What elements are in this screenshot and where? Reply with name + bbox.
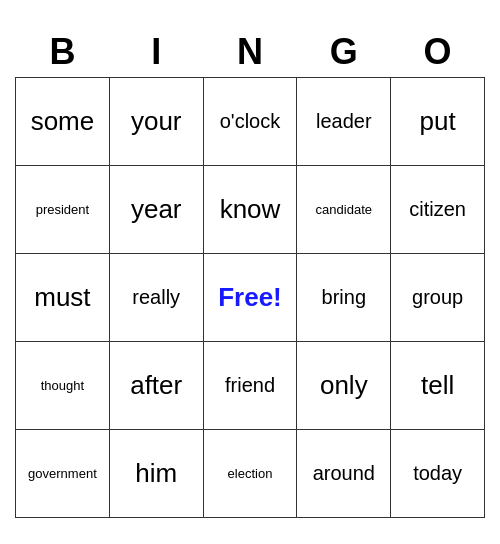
cell-1-1: year — [109, 165, 203, 253]
cell-4-0: government — [16, 429, 110, 517]
cell-0-3: leader — [297, 77, 391, 165]
header-N: N — [203, 27, 297, 78]
bingo-body: someyouro'clockleaderputpresidentyearkno… — [16, 77, 485, 517]
cell-2-3: bring — [297, 253, 391, 341]
bingo-row-1: presidentyearknowcandidatecitizen — [16, 165, 485, 253]
cell-4-4: today — [391, 429, 485, 517]
cell-3-0: thought — [16, 341, 110, 429]
header-B: B — [16, 27, 110, 78]
cell-0-4: put — [391, 77, 485, 165]
cell-3-3: only — [297, 341, 391, 429]
header-G: G — [297, 27, 391, 78]
cell-4-1: him — [109, 429, 203, 517]
bingo-row-0: someyouro'clockleaderput — [16, 77, 485, 165]
header-I: I — [109, 27, 203, 78]
cell-4-3: around — [297, 429, 391, 517]
header-O: O — [391, 27, 485, 78]
cell-2-1: really — [109, 253, 203, 341]
cell-3-1: after — [109, 341, 203, 429]
cell-4-2: election — [203, 429, 297, 517]
cell-2-0: must — [16, 253, 110, 341]
bingo-card: BINGO someyouro'clockleaderputpresidenty… — [15, 27, 485, 518]
cell-2-4: group — [391, 253, 485, 341]
cell-1-3: candidate — [297, 165, 391, 253]
cell-2-2: Free! — [203, 253, 297, 341]
cell-1-4: citizen — [391, 165, 485, 253]
cell-1-0: president — [16, 165, 110, 253]
header-row: BINGO — [16, 27, 485, 78]
bingo-row-3: thoughtafterfriendonlytell — [16, 341, 485, 429]
cell-0-0: some — [16, 77, 110, 165]
bingo-row-2: mustreallyFree!bringgroup — [16, 253, 485, 341]
cell-3-2: friend — [203, 341, 297, 429]
cell-1-2: know — [203, 165, 297, 253]
cell-0-1: your — [109, 77, 203, 165]
cell-0-2: o'clock — [203, 77, 297, 165]
bingo-row-4: governmenthimelectionaroundtoday — [16, 429, 485, 517]
cell-3-4: tell — [391, 341, 485, 429]
